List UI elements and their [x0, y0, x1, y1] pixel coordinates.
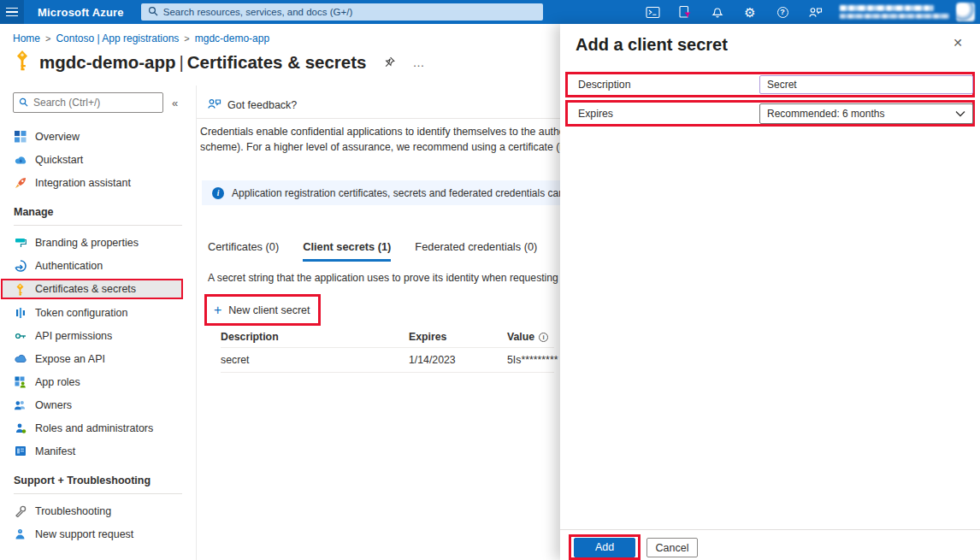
breadcrumb-app[interactable]: mgdc-demo-app	[195, 32, 269, 44]
sidebar-item-label: Expose an API	[35, 353, 105, 365]
sidebar-section-manage: Manage	[0, 194, 196, 223]
directory-filter-icon[interactable]	[672, 0, 698, 24]
api-permissions-icon	[14, 330, 27, 342]
cell-value-masked: 5Is*********	[507, 354, 558, 366]
column-header-expires: Expires	[409, 331, 507, 343]
sidebar-item-authentication[interactable]: Authentication	[0, 254, 196, 277]
key-icon	[14, 50, 31, 75]
azure-portal-screen: Microsoft Azure Search resources, servic…	[0, 0, 980, 560]
close-icon[interactable]: ✕	[953, 36, 963, 50]
expires-field-label: Expires	[568, 108, 613, 120]
sidebar-item-label: Troubleshooting	[35, 505, 111, 517]
feedback-icon[interactable]	[802, 0, 828, 24]
divider	[560, 529, 980, 530]
avatar[interactable]	[956, 3, 975, 21]
sidebar-item-api-permissions[interactable]: API permissions	[0, 324, 196, 347]
sidebar-item-label: Integration assistant	[35, 177, 131, 189]
sidebar-item-quickstart[interactable]: Quickstart	[0, 148, 196, 171]
highlight-box-description-field: Description	[565, 72, 975, 97]
tab-certificates[interactable]: Certificates (0)	[208, 240, 279, 262]
azure-brand-link[interactable]: Microsoft Azure	[24, 6, 139, 19]
user-account-blurred[interactable]	[840, 5, 949, 19]
overview-icon	[14, 131, 27, 143]
sidebar-item-label: Token configuration	[35, 307, 127, 319]
got-feedback-label: Got feedback?	[227, 99, 297, 111]
client-secrets-table: Description Expires Value i secret 1/14/…	[221, 327, 554, 373]
sidebar-item-roles-and-administrators[interactable]: Roles and administrators	[0, 416, 196, 439]
app-roles-icon	[14, 376, 27, 388]
quickstart-icon	[14, 155, 27, 165]
info-banner-text: Application registration certificates, s…	[232, 187, 560, 199]
user-name-blurred	[840, 5, 934, 11]
panel-title: Add a client secret	[576, 35, 728, 55]
main-content: Got feedback? Credentials enable confide…	[197, 85, 560, 560]
new-client-secret-button[interactable]: + New client secret	[207, 304, 310, 317]
page-title-separator: |	[175, 52, 186, 72]
sidebar-item-label: Roles and administrators	[35, 422, 153, 434]
pin-icon[interactable]	[383, 56, 395, 68]
cloud-shell-icon[interactable]	[640, 0, 665, 24]
integration-assistant-icon	[14, 177, 27, 189]
sidebar-item-label: Owners	[35, 399, 72, 411]
description-input[interactable]	[759, 75, 973, 94]
breadcrumb-app-registrations[interactable]: Contoso | App registrations	[56, 32, 179, 44]
sidebar-item-new-support-request[interactable]: New support request	[0, 522, 196, 545]
sidebar: « Overview Quickstart Integration assist…	[0, 85, 197, 560]
sidebar-item-certificates-secrets[interactable]: Certificates & secrets	[1, 279, 183, 299]
user-directory-blurred	[840, 14, 949, 19]
notifications-bell-icon[interactable]	[705, 0, 730, 24]
top-bar-icons: ⚙ ?	[640, 0, 828, 24]
sidebar-item-label: App roles	[35, 376, 80, 388]
settings-gear-icon[interactable]: ⚙	[737, 0, 763, 24]
sidebar-item-token-configuration[interactable]: Token configuration	[0, 301, 196, 324]
expires-selected-option: Recommended: 6 months	[767, 108, 884, 120]
sidebar-item-integration-assistant[interactable]: Integration assistant	[0, 171, 196, 194]
divider	[197, 118, 560, 119]
tab-federated-credentials[interactable]: Federated credentials (0)	[415, 240, 537, 262]
got-feedback-button[interactable]: Got feedback?	[207, 97, 297, 113]
sidebar-item-app-roles[interactable]: App roles	[0, 370, 196, 393]
sidebar-item-label: Overview	[35, 131, 80, 143]
sidebar-item-overview[interactable]: Overview	[0, 125, 196, 148]
cell-expires: 1/14/2023	[409, 354, 507, 366]
help-question-glyph: ?	[780, 8, 785, 16]
sidebar-item-branding-properties[interactable]: Branding & properties	[0, 231, 196, 254]
sidebar-collapse-button[interactable]: «	[172, 97, 178, 109]
page-title-row: mgdc-demo-app|Certificates & secrets …	[14, 50, 425, 75]
search-icon	[148, 4, 158, 20]
divider	[14, 225, 182, 226]
support-person-icon	[14, 528, 27, 539]
add-button[interactable]: Add	[574, 538, 635, 557]
cell-description: secret	[221, 354, 409, 366]
sidebar-section-support: Support + Troubleshooting	[0, 463, 196, 492]
column-header-description: Description	[221, 331, 409, 343]
expires-dropdown[interactable]: Recommended: 6 months	[759, 103, 973, 124]
sidebar-search-input[interactable]	[33, 97, 153, 109]
authentication-icon	[14, 260, 27, 272]
sidebar-item-owners[interactable]: Owners	[0, 393, 196, 416]
sidebar-search-box[interactable]	[13, 92, 163, 113]
tab-client-secrets[interactable]: Client secrets (1)	[303, 240, 391, 262]
credentials-description-line1: Credentials enable confidential applicat…	[200, 126, 560, 138]
info-banner: i Application registration certificates,…	[202, 180, 560, 205]
more-actions-ellipsis[interactable]: …	[412, 56, 425, 69]
page-title: mgdc-demo-app|Certificates & secrets	[39, 52, 366, 73]
global-search-input[interactable]: Search resources, services, and docs (G+…	[141, 3, 543, 21]
sidebar-item-label: Authentication	[35, 260, 103, 272]
sidebar-item-manifest[interactable]: Manifest	[0, 439, 196, 463]
search-icon	[19, 95, 28, 110]
sidebar-item-expose-an-api[interactable]: Expose an API	[0, 347, 196, 370]
breadcrumb-home[interactable]: Home	[13, 32, 40, 44]
divider	[14, 493, 182, 494]
help-icon[interactable]: ?	[770, 0, 795, 24]
table-row[interactable]: secret 1/14/2023 5Is*********	[221, 348, 554, 373]
global-search-placeholder: Search resources, services, and docs (G+…	[163, 7, 352, 17]
cancel-button[interactable]: Cancel	[646, 538, 698, 557]
page-title-app-name: mgdc-demo-app	[39, 52, 175, 72]
sidebar-item-label: API permissions	[35, 330, 112, 342]
sidebar-item-label: Certificates & secrets	[35, 283, 136, 295]
sidebar-item-troubleshooting[interactable]: Troubleshooting	[0, 499, 196, 522]
sidebar-item-label: Branding & properties	[35, 237, 139, 249]
hamburger-menu-button[interactable]	[0, 0, 24, 24]
sidebar-item-label: New support request	[35, 528, 133, 540]
